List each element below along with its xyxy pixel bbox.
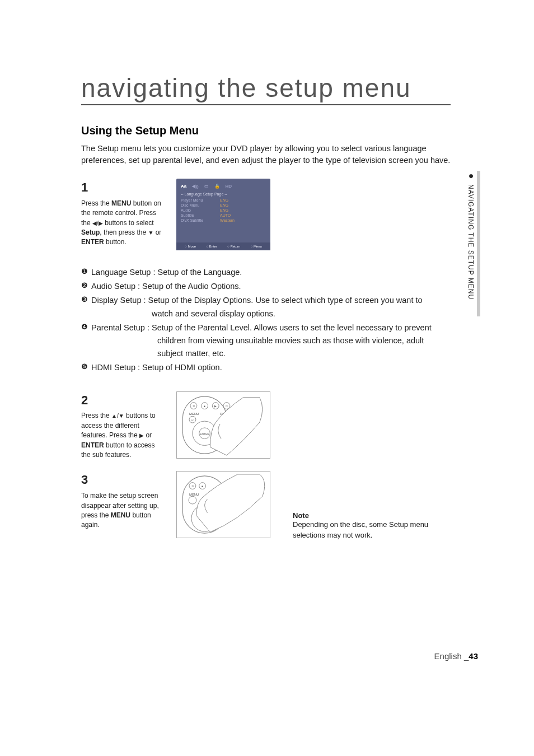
enum-mark: ❷ bbox=[81, 280, 91, 293]
enum-cont: children from viewing unsuitable movies … bbox=[91, 334, 451, 360]
svg-point-22 bbox=[189, 497, 196, 505]
menu-bold: MENU bbox=[111, 199, 131, 207]
osd-key: DivX Subtitle bbox=[181, 218, 210, 222]
osd-val: AUTO bbox=[220, 213, 231, 217]
intro-paragraph: The Setup menu lets you customize your D… bbox=[81, 143, 451, 166]
menu-bold: MENU bbox=[111, 511, 130, 519]
enum-mark: ❸ bbox=[81, 294, 91, 320]
osd-tab-hd-icon: HD bbox=[226, 184, 232, 189]
osd-foot-move: Move bbox=[185, 245, 196, 248]
osd-subtitle: -- Language Setup Page -- bbox=[181, 192, 266, 196]
svg-text:MENU: MENU bbox=[189, 493, 199, 497]
note-text: Depending on the disc, some Setup menu s… bbox=[293, 520, 461, 540]
side-bar bbox=[477, 171, 480, 316]
side-label-text: NAVIGATING THE SETUP MENU bbox=[467, 184, 475, 300]
enum-mark: ❺ bbox=[81, 361, 91, 374]
setup-bold: Setup bbox=[81, 228, 100, 236]
footer-lang: English _ bbox=[434, 651, 469, 661]
step-3-number: 3 bbox=[81, 471, 165, 489]
note-block: Note Depending on the disc, some Setup m… bbox=[293, 511, 461, 540]
svg-text:⟲: ⟲ bbox=[191, 485, 194, 488]
osd-val: ENG bbox=[220, 208, 228, 212]
text: or bbox=[144, 431, 152, 439]
setup-enum: ❶Language Setup : Setup of the Language.… bbox=[81, 266, 451, 375]
text: Press the bbox=[81, 412, 111, 419]
remote-illustration-2: ⟲ ■ MENU ▲ bbox=[176, 471, 270, 538]
page-footer: English _43 bbox=[434, 651, 478, 661]
text: or bbox=[153, 228, 161, 236]
step-3-text: 3 To make the setup screen disappear aft… bbox=[81, 471, 165, 530]
remote-illustration-1: ENTER ⟲ ■ ▶ ⟳ MENU ▭ RET bbox=[176, 391, 270, 459]
enum-text: HDMI Setup : Setup of HDMI option. bbox=[91, 361, 451, 374]
osd-key: Audio bbox=[181, 208, 210, 212]
side-label: ●NAVIGATING THE SETUP MENU bbox=[466, 171, 476, 300]
osd-screenshot: Aa ◀)) ▭ 🔒 HD -- Language Setup Page -- … bbox=[176, 179, 270, 250]
osd-key: Disc Menu bbox=[181, 203, 210, 207]
osd-val: Western bbox=[220, 218, 235, 222]
step-2-number: 2 bbox=[81, 391, 165, 409]
step-1-number: 1 bbox=[81, 179, 165, 197]
osd-foot-menu: Menu bbox=[251, 245, 262, 248]
svg-text:⟳: ⟳ bbox=[226, 404, 228, 407]
step-1-text: 1 Press the MENU button on the remote co… bbox=[81, 179, 165, 250]
side-tab: ●NAVIGATING THE SETUP MENU bbox=[466, 171, 478, 316]
text: button. bbox=[104, 238, 127, 246]
osd-foot-return: Return bbox=[227, 245, 240, 248]
up-down-icon: ▲/▼ bbox=[111, 412, 124, 421]
enum-mark: ❹ bbox=[81, 321, 91, 361]
bullet-icon: ● bbox=[466, 171, 476, 181]
osd-val: ENG bbox=[220, 203, 228, 207]
enum-cont: watch and several display options. bbox=[91, 307, 451, 320]
enter-bold: ENTER bbox=[81, 238, 104, 246]
enum-text: Audio Setup : Setup of the Audio Options… bbox=[91, 280, 451, 293]
svg-text:MENU: MENU bbox=[189, 412, 199, 416]
osd-tab-lock-icon: 🔒 bbox=[214, 184, 220, 189]
svg-text:■: ■ bbox=[202, 485, 203, 488]
svg-text:⟲: ⟲ bbox=[193, 404, 195, 407]
left-right-icon: ◀/▶ bbox=[92, 220, 103, 228]
footer-page: 43 bbox=[469, 651, 478, 661]
osd-tab-display-icon: ▭ bbox=[204, 184, 209, 189]
enter-bold: ENTER bbox=[81, 441, 104, 449]
down-icon: ▼ bbox=[148, 229, 153, 237]
page-title: navigating the setup menu bbox=[81, 73, 451, 105]
text: , then press the bbox=[100, 228, 148, 236]
svg-text:ENTER: ENTER bbox=[200, 432, 209, 435]
right-icon: ▶ bbox=[139, 432, 144, 440]
text: Press the bbox=[81, 199, 111, 207]
svg-text:▭: ▭ bbox=[191, 418, 194, 421]
text: buttons to select bbox=[103, 219, 154, 227]
osd-tab-language-icon: Aa bbox=[181, 184, 186, 189]
enum-text: Parental Setup : Setup of the Parental L… bbox=[91, 323, 432, 332]
enum-text: Language Setup : Setup of the Language. bbox=[91, 266, 451, 279]
osd-foot-enter: Enter bbox=[206, 245, 217, 248]
osd-key: Subtitle bbox=[181, 213, 210, 217]
step-2-text: 2 Press the ▲/▼ buttons to access the di… bbox=[81, 391, 165, 460]
enum-mark: ❶ bbox=[81, 266, 91, 279]
section-heading: Using the Setup Menu bbox=[81, 124, 478, 137]
svg-text:■: ■ bbox=[204, 404, 205, 407]
enum-text: Display Setup : Setup of the Display Opt… bbox=[91, 296, 423, 305]
osd-val: ENG bbox=[220, 198, 228, 202]
osd-tab-audio-icon: ◀)) bbox=[192, 184, 198, 189]
svg-text:▶: ▶ bbox=[214, 404, 217, 407]
osd-key: Player Menu bbox=[181, 198, 210, 202]
note-heading: Note bbox=[293, 511, 461, 520]
